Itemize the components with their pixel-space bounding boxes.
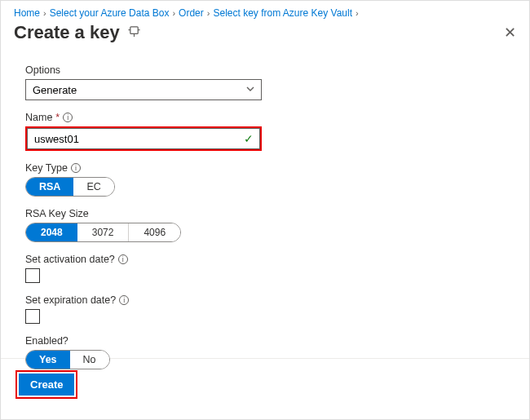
- breadcrumb-item-home[interactable]: Home: [14, 7, 40, 19]
- chevron-right-icon: ›: [356, 8, 359, 18]
- chevron-right-icon: ›: [43, 8, 46, 18]
- name-label: Name: [25, 112, 52, 123]
- title-bar: Create a key ✕: [1, 22, 529, 50]
- checkmark-icon: ✓: [244, 132, 254, 145]
- key-type-label: Key Type: [25, 162, 68, 174]
- form: Options Generate Name * i ✓ Key Type i R…: [1, 50, 529, 358]
- pin-icon[interactable]: [128, 25, 140, 40]
- breadcrumb: Home › Select your Azure Data Box › Orde…: [1, 1, 529, 22]
- svg-rect-0: [130, 27, 137, 33]
- key-type-rsa[interactable]: RSA: [26, 178, 73, 196]
- options-label: Options: [25, 64, 505, 76]
- info-icon[interactable]: i: [71, 163, 81, 173]
- enabled-yes[interactable]: Yes: [26, 351, 70, 369]
- enabled-no[interactable]: No: [70, 351, 109, 369]
- options-select[interactable]: Generate: [25, 79, 262, 100]
- key-size-2048[interactable]: 2048: [26, 223, 77, 241]
- breadcrumb-item-databox[interactable]: Select your Azure Data Box: [50, 7, 170, 19]
- create-button[interactable]: Create: [19, 374, 74, 396]
- info-icon[interactable]: i: [119, 295, 129, 305]
- expiration-checkbox[interactable]: [25, 309, 40, 324]
- page-title: Create a key: [14, 22, 120, 43]
- breadcrumb-item-order[interactable]: Order: [179, 7, 204, 19]
- name-input[interactable]: [27, 128, 260, 149]
- info-icon[interactable]: i: [63, 113, 73, 122]
- breadcrumb-item-keyvault[interactable]: Select key from Azure Key Vault: [213, 7, 352, 19]
- expiration-label: Set expiration date?: [25, 294, 116, 306]
- rsa-key-size-label: RSA Key Size: [25, 208, 505, 219]
- chevron-right-icon: ›: [172, 8, 175, 18]
- key-size-4096[interactable]: 4096: [129, 223, 180, 241]
- enabled-label: Enabled?: [25, 335, 505, 347]
- key-type-ec[interactable]: EC: [73, 178, 113, 196]
- activation-checkbox[interactable]: [25, 268, 40, 283]
- key-size-3072[interactable]: 3072: [77, 223, 130, 241]
- required-indicator: *: [55, 112, 60, 123]
- info-icon[interactable]: i: [118, 254, 128, 264]
- chevron-right-icon: ›: [207, 8, 210, 18]
- close-icon[interactable]: ✕: [504, 24, 516, 42]
- activation-label: Set activation date?: [25, 254, 115, 265]
